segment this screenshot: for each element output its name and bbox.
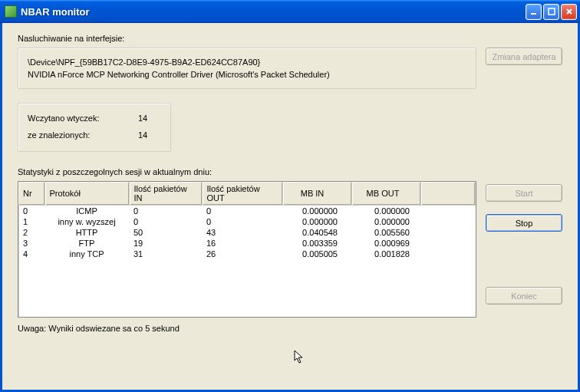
- change-adapter-button[interactable]: Zmiana adaptera: [486, 48, 562, 65]
- plugins-found-label: ze znalezionych:: [28, 130, 90, 140]
- stop-button[interactable]: Stop: [486, 214, 562, 232]
- table-row[interactable]: 1inny w. wyzszej000.0000000.000000: [18, 216, 476, 227]
- stats-table[interactable]: Nr Protokół Ilość pakietów IN Ilość paki…: [18, 181, 476, 318]
- svg-rect-0: [531, 13, 536, 15]
- table-row[interactable]: 2HTTP50430.0405480.005560: [18, 227, 476, 238]
- table-header-row: Nr Protokół Ilość pakietów IN Ilość paki…: [18, 182, 476, 206]
- interface-label: Nasluchiwanie na interfejsie:: [18, 34, 562, 43]
- interface-device: \Device\NPF_{59BB17C2-D8E9-4975-B9A2-ED6…: [28, 56, 466, 68]
- col-protocol[interactable]: Protokół: [44, 182, 129, 206]
- window-title: NBAR monitor: [21, 6, 526, 18]
- col-nr[interactable]: Nr: [18, 182, 44, 206]
- col-filler: [420, 182, 476, 206]
- plugins-found-value: 14: [138, 130, 161, 140]
- refresh-note: Uwaga: Wyniki odswiezane sa co 5 sekund: [18, 324, 562, 333]
- plugins-loaded-label: Wczytano wtyczek:: [28, 114, 100, 123]
- app-icon: [5, 5, 17, 18]
- plugins-loaded-value: 14: [138, 114, 161, 123]
- stats-label: Statystyki z poszczegolnych sesji w aktu…: [18, 167, 562, 176]
- plugins-box: Wczytano wtyczek: 14 ze znalezionych: 14: [18, 103, 171, 152]
- table-row[interactable]: 0ICMP000.0000000.000000: [18, 206, 476, 217]
- maximize-button[interactable]: [543, 4, 559, 20]
- col-pkt-in[interactable]: Ilość pakietów IN: [129, 182, 202, 206]
- interface-driver: NVIDIA nForce MCP Networking Controller …: [28, 68, 466, 81]
- col-mb-in[interactable]: MB IN: [282, 182, 351, 206]
- table-row[interactable]: 4inny TCP31260.0050050.001828: [18, 249, 476, 259]
- end-button[interactable]: Koniec: [486, 287, 562, 305]
- interface-box: \Device\NPF_{59BB17C2-D8E9-4975-B9A2-ED6…: [18, 48, 476, 89]
- close-button[interactable]: [561, 4, 577, 20]
- titlebar: NBAR monitor: [0, 0, 580, 23]
- svg-rect-1: [549, 8, 555, 15]
- col-pkt-out[interactable]: Ilość pakietów OUT: [202, 182, 282, 206]
- minimize-button[interactable]: [526, 4, 542, 20]
- col-mb-out[interactable]: MB OUT: [351, 182, 420, 206]
- start-button[interactable]: Start: [486, 184, 562, 202]
- table-row[interactable]: 3FTP19160.0033590.000969: [18, 238, 476, 249]
- mouse-cursor-icon: [294, 350, 306, 365]
